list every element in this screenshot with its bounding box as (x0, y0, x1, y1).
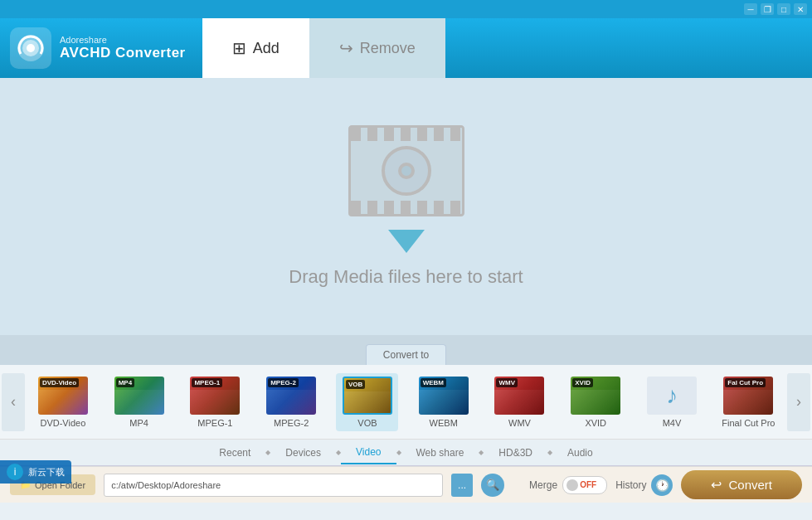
logo-icon (10, 27, 51, 69)
format-item-mp4[interactable]: MP4MP4 (108, 373, 170, 431)
brand-name: Adoreshare (60, 35, 186, 45)
convert-to-tab: Convert to (366, 344, 446, 365)
film-strip (348, 125, 464, 216)
minimize-button[interactable]: ─ (744, 3, 757, 15)
format-item-final-cut-pro[interactable]: Fal Cut ProFinal Cut Pro (717, 373, 780, 431)
category-tabs: Recent◆Devices◆Video◆Web share◆HD&3D◆Aud… (0, 440, 812, 466)
format-thumb-mpeg1: MPEG-1 (190, 377, 240, 415)
format-item-mpeg1[interactable]: MPEG-1MPEG-1 (184, 373, 246, 431)
format-label-mp4: MP4 (129, 418, 148, 428)
product-name: AVCHD Converter (60, 45, 186, 61)
search-icon: 🔍 (486, 479, 499, 491)
add-button[interactable]: ⊞ Add (202, 18, 309, 78)
title-bar: ─ ❐ □ ✕ (0, 0, 812, 18)
format-thumb-xvid: XVID (571, 377, 620, 415)
add-icon: ⊞ (232, 38, 246, 58)
toggle-state: OFF (580, 480, 596, 489)
format-item-m4v[interactable]: ♪M4V (641, 373, 703, 431)
toggle-knob (566, 479, 578, 491)
drop-arrow (388, 230, 425, 253)
format-thumb-vob: VOB (343, 377, 392, 415)
format-badge-mpeg1: MPEG-1 (192, 378, 222, 387)
format-item-xvid[interactable]: XVIDXVID (565, 373, 627, 431)
format-label-dvd-video: DVD-Video (40, 418, 85, 428)
format-badge-webm: WEBM (421, 378, 446, 387)
watermark-icon: i (7, 464, 23, 480)
drop-area[interactable]: Drag Media files here to start (0, 78, 812, 335)
restore-button[interactable]: ❐ (761, 3, 774, 15)
format-badge-xvid: XVID (572, 378, 593, 387)
category-tab-hd3d[interactable]: HD&3D (484, 442, 547, 464)
merge-area: Merge OFF (529, 476, 607, 494)
format-thumb-webm: WEBM (419, 377, 469, 415)
film-reel-inner (398, 163, 415, 179)
format-item-vob[interactable]: VOBVOB (336, 373, 398, 431)
convert-to-bar: Convert to (0, 335, 812, 365)
logo-text: Adoreshare AVCHD Converter (60, 35, 186, 61)
remove-button[interactable]: ↪ Remove (309, 18, 445, 78)
format-item-wmv[interactable]: WMVWMV (489, 373, 551, 431)
category-tab-web-share[interactable]: Web share (401, 442, 479, 464)
bottom-bar: 📁 Open Folder c:/atw/Desktop/Adoreshare … (0, 466, 812, 503)
format-label-mpeg1: MPEG-1 (197, 418, 232, 428)
format-thumb-final-cut-pro: Fal Cut Pro (723, 377, 773, 415)
remove-icon: ↪ (339, 38, 353, 58)
format-item-mpeg2[interactable]: MPEG-2MPEG-2 (260, 373, 323, 431)
film-reel (382, 146, 431, 196)
history-area: History 🕐 (615, 474, 673, 496)
convert-icon: ↩ (711, 477, 722, 493)
film-icon (348, 125, 464, 216)
history-label: History (615, 479, 646, 491)
history-icon[interactable]: 🕐 (651, 474, 673, 496)
merge-label: Merge (529, 479, 557, 491)
logo-area: Adoreshare AVCHD Converter (10, 27, 186, 69)
format-next-button[interactable]: › (787, 373, 810, 431)
search-button[interactable]: 🔍 (481, 474, 504, 497)
format-label-wmv: WMV (508, 418, 531, 428)
path-display: c:/atw/Desktop/Adoreshare (104, 474, 443, 497)
format-items: DVD-VideoDVD-Video MP4MP4 MPEG-1MPEG-1 M… (25, 370, 787, 435)
close-button[interactable]: ✕ (794, 3, 807, 15)
category-tab-recent[interactable]: Recent (204, 442, 265, 464)
format-strip: ‹ DVD-VideoDVD-Video MP4MP4 MPEG-1MPEG-1… (0, 365, 812, 440)
more-button[interactable]: ... (451, 474, 473, 497)
category-tab-video[interactable]: Video (341, 441, 396, 464)
format-prev-button[interactable]: ‹ (2, 373, 25, 431)
format-badge-vob: VOB (346, 380, 365, 389)
drag-text: Drag Media files here to start (289, 266, 523, 288)
format-badge-wmv: WMV (496, 378, 518, 387)
format-thumb-mp4: MP4 (114, 377, 164, 415)
clock-icon: 🕐 (655, 479, 669, 492)
format-label-webm: WEBM (430, 418, 458, 428)
category-tab-audio[interactable]: Audio (552, 442, 608, 464)
category-tab-devices[interactable]: Devices (270, 442, 336, 464)
toolbar-buttons: ⊞ Add ↪ Remove (202, 18, 445, 78)
format-item-dvd-video[interactable]: DVD-VideoDVD-Video (32, 373, 94, 431)
watermark: i 新云下载 (0, 460, 71, 484)
header: Adoreshare AVCHD Converter ⊞ Add ↪ Remov… (0, 18, 812, 78)
format-thumb-mpeg2: MPEG-2 (266, 377, 316, 415)
format-badge-mpeg2: MPEG-2 (268, 378, 299, 387)
format-thumb-m4v: ♪ (647, 377, 697, 415)
format-label-vob: VOB (357, 418, 377, 428)
format-badge-final-cut-pro: Fal Cut Pro (725, 378, 766, 387)
format-thumb-wmv: WMV (494, 377, 544, 415)
format-item-webm[interactable]: WEBMWEBM (412, 373, 474, 431)
format-label-final-cut-pro: Final Cut Pro (722, 418, 775, 428)
format-badge-mp4: MP4 (116, 378, 134, 387)
maximize-button[interactable]: □ (777, 3, 790, 15)
svg-point-2 (27, 44, 35, 52)
format-badge-dvd-video: DVD-Video (40, 378, 79, 387)
format-label-m4v: M4V (663, 418, 682, 428)
format-thumb-dvd-video: DVD-Video (38, 377, 88, 415)
merge-toggle[interactable]: OFF (562, 476, 607, 494)
convert-button[interactable]: ↩ Convert (681, 470, 802, 499)
format-label-mpeg2: MPEG-2 (274, 418, 309, 428)
format-label-xvid: XVID (585, 418, 606, 428)
